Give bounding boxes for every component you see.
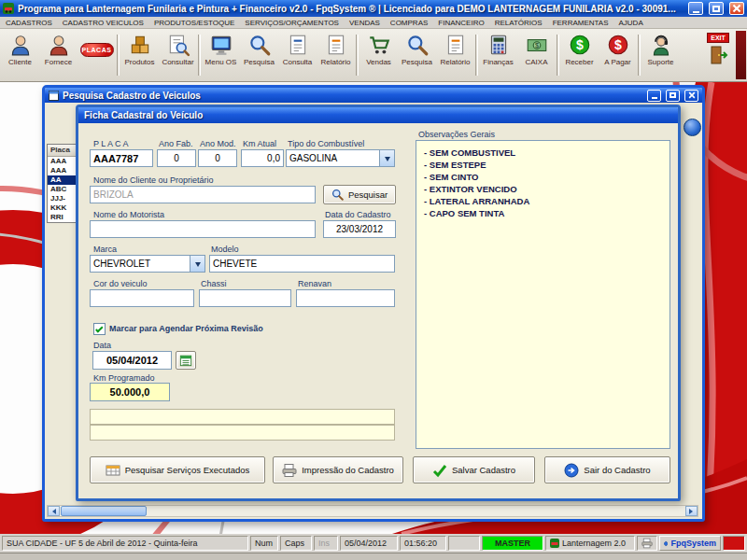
toolbar-button-suporte[interactable]: Suporte bbox=[641, 31, 680, 79]
arrow-right-icon bbox=[689, 509, 696, 514]
menu-ajuda[interactable]: AJUDA bbox=[619, 19, 643, 27]
chassi-label: Chassi bbox=[201, 279, 227, 288]
close-button[interactable] bbox=[729, 2, 744, 15]
motorista-input[interactable] bbox=[90, 220, 316, 238]
toolbar-button-placas[interactable]: PLACAS bbox=[78, 31, 116, 79]
minimize-button[interactable] bbox=[688, 2, 703, 15]
toolbar-button-financas[interactable]: Finanças bbox=[479, 31, 517, 79]
toolbar-button-consulta-os[interactable]: Consulta bbox=[278, 31, 317, 79]
arrow-left-icon bbox=[49, 509, 56, 514]
note-field-2[interactable] bbox=[90, 425, 395, 441]
toolbar-button-consultar[interactable]: Consultar bbox=[159, 31, 197, 79]
km-programado-input[interactable] bbox=[90, 383, 170, 401]
toolbar-button-pesquisa-os[interactable]: Pesquisa bbox=[240, 31, 278, 79]
search-icon bbox=[405, 33, 430, 57]
toolbar-button-cliente[interactable]: Cliente bbox=[1, 31, 39, 79]
menu-ferramentas[interactable]: FERRAMENTAS bbox=[553, 19, 609, 27]
toolbar-button-vendas[interactable]: Vendas bbox=[359, 31, 398, 79]
pesquisar-servicos-button[interactable]: Pesquisar Serviços Executados bbox=[90, 456, 265, 483]
window-icon bbox=[49, 91, 59, 101]
pesquisar-button[interactable]: Pesquisar bbox=[323, 185, 396, 204]
pesquisa-minimize-button[interactable] bbox=[647, 90, 661, 102]
sair-button[interactable]: Sair do Cadastro bbox=[544, 456, 670, 483]
note-field-1[interactable] bbox=[90, 409, 395, 425]
menu-compras[interactable]: COMPRAS bbox=[390, 19, 428, 27]
agendar-label: Marcar para Agendar Próxima Revisão bbox=[109, 324, 263, 333]
observacao-line: - SEM COMBUSTIVEL bbox=[424, 147, 662, 159]
toolbar-button-a-pagar[interactable]: $ A Pagar bbox=[599, 31, 637, 79]
observacao-line: - EXTINTOR VENCIDO bbox=[424, 183, 662, 195]
printer-icon bbox=[641, 538, 653, 549]
menu-relatorios[interactable]: RELATÓRIOS bbox=[495, 19, 543, 27]
renavan-input[interactable] bbox=[296, 289, 395, 307]
data-cadastro-label: Data do Cadastro bbox=[325, 210, 391, 219]
round-info-button[interactable] bbox=[684, 119, 701, 136]
report-icon bbox=[444, 33, 468, 57]
chassi-input[interactable] bbox=[199, 289, 291, 307]
menu-cadastros[interactable]: CADASTROS bbox=[6, 19, 52, 27]
km-atual-input[interactable] bbox=[241, 149, 284, 167]
placa-input[interactable] bbox=[90, 149, 153, 167]
check-icon bbox=[432, 463, 447, 478]
observacao-line: - SEM ESTEPE bbox=[424, 159, 662, 171]
combustivel-select[interactable]: GASOLINA bbox=[286, 149, 395, 167]
toolbar-button-relatorio-vendas[interactable]: Relatório bbox=[436, 31, 474, 79]
pay-icon: $ bbox=[606, 33, 630, 57]
toolbar-button-relatorio-os[interactable]: Relatório bbox=[317, 31, 355, 79]
observacoes-textarea[interactable]: - SEM COMBUSTIVEL - SEM ESTEPE - SEM CIN… bbox=[416, 140, 670, 449]
plates-icon: PLACAS bbox=[80, 43, 114, 57]
toolbar-button-exit[interactable]: EXIT bbox=[700, 31, 736, 79]
pesquisa-close-button[interactable] bbox=[684, 90, 698, 102]
pesquisa-maximize-button[interactable] bbox=[666, 90, 680, 102]
services-table-icon bbox=[106, 463, 120, 478]
status-printer-cell bbox=[637, 536, 657, 551]
maximize-icon bbox=[669, 92, 676, 98]
maximize-button[interactable] bbox=[709, 2, 724, 15]
chevron-down-icon[interactable] bbox=[190, 256, 204, 272]
cor-input[interactable] bbox=[90, 289, 194, 307]
chevron-down-icon[interactable] bbox=[379, 150, 394, 166]
impressao-button[interactable]: Impressão do Cadastro bbox=[273, 456, 403, 483]
scroll-left-arrow[interactable] bbox=[48, 506, 60, 516]
toolbar: Cliente Fornece PLACAS Produtos Consulta… bbox=[0, 29, 747, 82]
ficha-title: Ficha Cadastral do Veículo bbox=[84, 110, 203, 120]
menu-cadastro-veiculos[interactable]: CADASTRO VEICULOS bbox=[63, 19, 144, 27]
scrollbar-thumb[interactable] bbox=[61, 506, 147, 516]
arrow-right-circle-icon bbox=[564, 463, 579, 478]
modelo-input[interactable] bbox=[209, 255, 395, 273]
salvar-button[interactable]: Salvar Cadastro bbox=[413, 456, 535, 483]
menu-produtos-estoque[interactable]: PRODUTOS/ESTOQUE bbox=[154, 19, 234, 27]
ano-fab-label: Ano Fab. bbox=[159, 139, 193, 148]
app-titlebar: Programa para Lanternagem Funilaria e Pi… bbox=[0, 0, 747, 17]
toolbar-button-produtos[interactable]: Produtos bbox=[120, 31, 159, 79]
ano-fab-input[interactable] bbox=[157, 149, 196, 167]
marca-select[interactable]: CHEVROLET bbox=[90, 255, 205, 273]
modelo-label: Modelo bbox=[211, 245, 239, 254]
toolbar-button-menu-os[interactable]: Menu OS bbox=[202, 31, 240, 79]
toolbar-button-pesquisa-vendas[interactable]: Pesquisa bbox=[398, 31, 436, 79]
pesquisa-title: Pesquisa Cadastro de Veiculos bbox=[63, 91, 201, 101]
statusbar: SUA CIDADE - UF 5 de Abril de 2012 - Qui… bbox=[0, 534, 747, 553]
toolbar-separator bbox=[117, 35, 120, 76]
scroll-right-arrow[interactable] bbox=[685, 506, 698, 516]
horizontal-scrollbar[interactable] bbox=[47, 505, 698, 517]
cliente-input[interactable] bbox=[90, 186, 316, 203]
toolbar-button-receber[interactable]: $ Receber bbox=[560, 31, 599, 79]
ficha-window: Ficha Cadastral do Veículo P L A C A Ano… bbox=[76, 105, 681, 501]
ficha-body: P L A C A Ano Fab. Ano Mod. Km Atual Tip… bbox=[78, 123, 678, 498]
menu-servicos-orcamentos[interactable]: SERVIÇOS/ORÇAMENTOS bbox=[245, 19, 339, 27]
toolbar-button-caixa[interactable]: $ CAIXA bbox=[517, 31, 556, 79]
toolbar-button-fornece[interactable]: Fornece bbox=[39, 31, 78, 79]
menu-vendas[interactable]: VENDAS bbox=[349, 19, 380, 27]
data-revisao-input[interactable] bbox=[92, 351, 172, 370]
status-caps: Caps bbox=[280, 536, 312, 551]
agendar-checkbox[interactable] bbox=[93, 323, 106, 335]
status-red-indicator bbox=[723, 536, 745, 551]
calendar-button[interactable] bbox=[176, 351, 196, 370]
toolbar-separator bbox=[557, 35, 559, 76]
svg-text:$: $ bbox=[614, 37, 622, 52]
ano-mod-input[interactable] bbox=[198, 149, 237, 167]
km-programado-label: Km Programado bbox=[93, 373, 155, 383]
menu-financeiro[interactable]: FINANCEIRO bbox=[438, 19, 484, 27]
supplier-icon bbox=[47, 33, 71, 57]
